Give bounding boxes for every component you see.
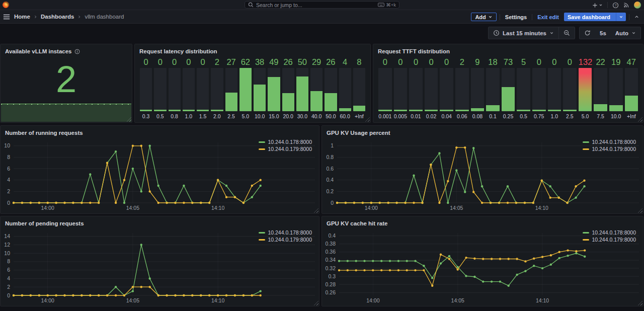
data-point	[575, 197, 577, 199]
bar-label: 0.01	[409, 111, 423, 120]
bar-column: 02.5	[563, 56, 577, 120]
data-point	[345, 202, 347, 204]
bar-track	[517, 68, 530, 111]
news-icon[interactable]	[623, 2, 629, 8]
bar-value: 18	[486, 56, 500, 68]
bar-label: 30.0	[296, 111, 308, 120]
panel-title[interactable]: Available vLLM instaces	[1, 44, 132, 55]
panel-title[interactable]: Number of running requests	[1, 126, 319, 137]
data-point	[123, 202, 125, 204]
save-options-button[interactable]	[616, 13, 626, 21]
data-point	[549, 197, 551, 199]
avatar[interactable]	[634, 2, 641, 9]
y-tick-label: 8	[7, 154, 10, 160]
y-tick-label: 0.8	[326, 154, 334, 160]
menu-icon[interactable]	[3, 14, 10, 20]
bar-label: 1.5	[197, 111, 209, 120]
data-point	[567, 255, 569, 257]
legend-item[interactable]: 10.244.0.178:8000	[259, 229, 312, 236]
timeseries-body[interactable]: 00.20.40.60.8114:0014:0514:1010.244.0.17…	[323, 137, 642, 212]
data-point	[132, 286, 134, 288]
bar-fill	[625, 96, 638, 111]
data-point	[72, 202, 74, 204]
x-tick-label: 14:05	[126, 297, 139, 303]
panel-title[interactable]: Request latency distribution	[135, 44, 370, 55]
add-button[interactable]: Add	[471, 13, 496, 21]
data-point	[397, 260, 399, 262]
timeseries-body[interactable]: 0246810121414:0014:0514:1010.244.0.178:8…	[2, 228, 318, 305]
data-point	[473, 276, 475, 278]
data-point	[583, 185, 585, 187]
data-point	[431, 285, 433, 287]
search-box[interactable]: ⌘+k	[245, 1, 399, 9]
data-point	[533, 258, 535, 260]
y-tick-label: 0	[7, 292, 10, 298]
data-point	[575, 252, 577, 254]
bar-fill	[353, 106, 365, 111]
auto-refresh-picker[interactable]: Auto	[611, 27, 640, 39]
legend-item[interactable]: 10.244.0.179:8000	[259, 146, 312, 152]
add-menu-button[interactable]	[592, 3, 603, 8]
data-point	[541, 267, 543, 269]
breadcrumb-home[interactable]: Home	[14, 14, 30, 20]
bar-gauge: 00.300.500.801.001.522.0272.5625.03810.0…	[139, 56, 366, 120]
grafana-logo-icon[interactable]	[3, 2, 9, 8]
bar-value: 0	[197, 56, 209, 68]
timeseries-body[interactable]: 0.260.280.30.320.340.360.380.414:0014:05…	[323, 228, 642, 305]
panel-title[interactable]: GPU KV cache hit rate	[322, 216, 643, 227]
y-tick-label: 0.4	[328, 232, 336, 239]
save-dashboard-button[interactable]: Save dashboard	[564, 13, 626, 21]
legend-item[interactable]: 10.244.0.179:8000	[259, 237, 312, 243]
panel-title[interactable]: Request TTFT distribution	[373, 44, 643, 55]
bar-gauge: 00.00100.00500.0100.0200.0420.0690.08180…	[377, 56, 639, 120]
chevron-up-icon[interactable]	[632, 14, 641, 20]
data-point	[347, 260, 349, 262]
data-point	[558, 257, 560, 259]
info-icon[interactable]	[74, 49, 80, 54]
bar-fill	[296, 76, 308, 111]
bar-track	[609, 68, 623, 111]
timeseries-body[interactable]: 024681014:0014:0514:1010.244.0.178:80001…	[2, 137, 318, 212]
y-tick-label: 12	[4, 242, 10, 248]
data-point	[157, 185, 159, 187]
data-point	[191, 294, 193, 296]
zoom-out-button[interactable]	[559, 27, 575, 39]
help-icon[interactable]: ?	[612, 2, 619, 9]
data-point	[225, 185, 227, 187]
bar-value: 5	[517, 56, 530, 68]
refresh-interval[interactable]: 5s	[595, 27, 611, 39]
legend-item[interactable]: 10.244.0.178:8000	[583, 139, 636, 145]
bar-column: 01.0	[183, 56, 195, 120]
settings-button[interactable]: Settings	[503, 13, 529, 21]
legend-item[interactable]: 10.244.0.179:8000	[583, 237, 636, 243]
bar-value: 0	[425, 56, 438, 68]
refresh-button[interactable]	[580, 27, 595, 39]
data-point	[507, 202, 509, 204]
bar-track	[254, 68, 266, 111]
data-point	[524, 260, 526, 262]
y-tick-label: 6	[7, 166, 10, 172]
legend-label: 10.244.0.179:8000	[592, 146, 636, 152]
legend-item[interactable]: 10.244.0.178:8000	[259, 139, 312, 145]
legend-item[interactable]: 10.244.0.179:8000	[583, 146, 636, 152]
data-point	[234, 294, 236, 296]
search-input[interactable]	[256, 2, 375, 8]
bar-fill	[169, 110, 181, 111]
bar-fill	[455, 110, 469, 111]
data-point	[481, 202, 483, 204]
data-point	[30, 294, 32, 296]
data-point	[106, 294, 108, 296]
time-range-picker[interactable]: Last 15 minutes	[489, 27, 558, 39]
y-tick-label: 10	[4, 142, 10, 148]
data-point	[89, 202, 91, 204]
exit-edit-button[interactable]: Exit edit	[535, 13, 561, 21]
data-point	[183, 202, 185, 204]
breadcrumb-dashboards[interactable]: Dashboards	[41, 14, 74, 20]
panel-title[interactable]: Number of pending requests	[1, 216, 319, 227]
data-point	[183, 185, 185, 187]
divider	[607, 2, 608, 8]
legend-item[interactable]: 10.244.0.178:8000	[583, 229, 636, 236]
data-point	[89, 173, 91, 175]
panel-title[interactable]: GPU KV Usage percent	[322, 126, 643, 137]
data-point	[481, 185, 483, 187]
